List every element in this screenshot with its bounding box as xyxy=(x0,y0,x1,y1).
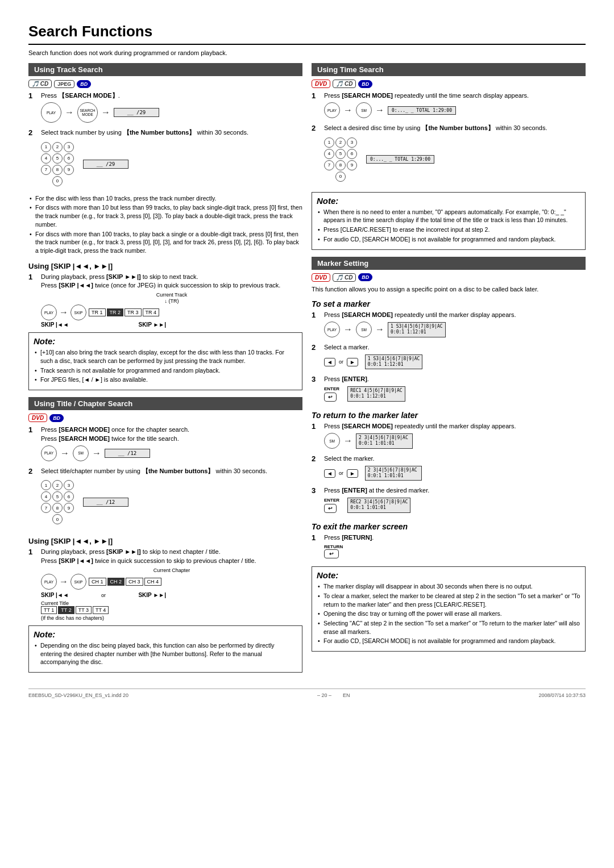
bd-badge2: BD xyxy=(49,414,64,422)
skip-fwd-label: SKIP ►►| xyxy=(138,322,166,328)
set-marker-step2: 2 Select a marker. ◄ or ► 1 S3|4|5|6|7|8… xyxy=(312,343,586,373)
time-step2: 2 Select a desired disc time by using 【t… xyxy=(312,124,586,187)
time-search-note: Note: When there is no need to enter a n… xyxy=(312,192,586,250)
track-search-step1-diagram: PLAY → SEARCH MODE → __ /29 xyxy=(41,102,302,123)
track-boxes: TR 1 TR 2 TR 3 TR 4 xyxy=(89,308,159,316)
return-display1: 2 3|4|5|6|7|8|9|AC0:0:1 1:01:01 xyxy=(356,433,413,449)
time-note3: For audio CD, [SEARCH MODE] is not avail… xyxy=(317,235,580,244)
tr1-box: TR 1 xyxy=(89,308,106,316)
time-step1-diagram: PLAY → SM → 0:..._ _ TOTAL 1:29:00 xyxy=(324,102,586,118)
skip-circle2: SKIP xyxy=(70,574,86,590)
sm-marker1: SM xyxy=(356,322,372,337)
note-bullet2: Depending on the disc being played back,… xyxy=(34,641,297,666)
tt4-box: TT 4 xyxy=(93,606,109,614)
sm-return1: SM xyxy=(324,433,340,449)
skip-chapters-note: Note: Depending on the disc being played… xyxy=(28,625,302,673)
ch4-box: CH 4 xyxy=(144,578,162,586)
bd-badge4: BD xyxy=(358,273,372,281)
bullet-item: For the disc with less than 10 tracks, p… xyxy=(28,194,302,203)
search-mode-circle: SEARCH MODE xyxy=(77,102,98,123)
play-circle2: PLAY xyxy=(41,304,57,320)
cd-badge: 🎵 CD xyxy=(28,80,52,88)
return-marker-step3: 3 Press [ENTER] at the desired marker. E… xyxy=(312,486,586,516)
set-marker-step1: 1 Press [SEARCH MODE] repeatedly until t… xyxy=(312,311,586,341)
set-marker-step3: 3 Press [ENTER]. ENTER ↩ REC1 4|5|6|7|8|… xyxy=(312,375,586,404)
intro-text: Search function does not work during pro… xyxy=(28,49,586,56)
marker-display3: REC1 4|5|6|7|8|9|AC0:0:1 1:12:01 xyxy=(347,386,405,402)
tt2-box: TT 2 xyxy=(58,606,74,614)
track-display1: __ /29 xyxy=(114,108,159,117)
bullet-item: For discs with more than 10 but less tha… xyxy=(28,203,302,228)
arrow-icon2: → xyxy=(101,107,110,118)
time-step1: 1 Press [SEARCH MODE] repeatedly until t… xyxy=(312,91,586,122)
time-display1: 0:..._ _ TOTAL 1:29:00 xyxy=(388,106,456,115)
marker-note4: Selecting "AC" at step 2 in the section … xyxy=(317,619,580,636)
marker-display1: 1 S3|4|5|6|7|8|9|AC0:0:1 1:12:01 xyxy=(388,322,446,337)
marker-desc: This function allows you to assign a spe… xyxy=(312,285,586,294)
time-search-disc-icons: DVD 🎵 CD BD xyxy=(312,80,586,88)
footer-right: 2008/07/14 10:37:53 xyxy=(538,692,586,698)
skip-tracks-note: Note: [+10] can also bring the track sea… xyxy=(28,332,302,390)
page-footer: E8EB5UD_SD-V296KU_EN_ES_v1.indd 20 – 20 … xyxy=(28,688,586,698)
skip-tracks-section: Using [SKIP |◄◄, ►►|] 1 During playback,… xyxy=(28,262,302,391)
to-exit-marker-header: To exit the marker screen xyxy=(312,522,586,531)
jpeg-badge: JPEG xyxy=(54,80,74,88)
marker-setting-section: Marker Setting DVD 🎵 CD BD This function… xyxy=(312,257,586,652)
tr4-box: TR 4 xyxy=(143,308,160,316)
nav-arrows2: ◄ or ► xyxy=(324,469,358,478)
skip-step1: 1 During playback, press [SKIP ►►|] to s… xyxy=(28,273,302,328)
play-circle3: PLAY xyxy=(41,445,57,461)
ch1-box: CH 1 xyxy=(89,578,106,586)
right-column: Using Time Search DVD 🎵 CD BD 1 Press [S… xyxy=(312,63,586,679)
dvd-badge2: DVD xyxy=(312,80,330,88)
enter-btn2: ↩ xyxy=(324,504,337,513)
track-search-disc-icons: 🎵 CD JPEG BD xyxy=(28,80,302,88)
skip-circle: SKIP xyxy=(70,304,86,320)
title-chapter-step1-diagram: PLAY → SM → __ /12 xyxy=(41,445,302,461)
arrow-icon: → xyxy=(65,107,74,118)
time-note2: Press [CLEAR/C.RESET] to erase the incor… xyxy=(317,226,580,234)
play-circle4: PLAY xyxy=(41,574,57,590)
return-display2: 2 3|4|5|6|7|8|9|AC0:0:1 1:01:01 xyxy=(365,466,422,481)
title-chapter-step1: 1 Press [SEARCH MODE] once for the chapt… xyxy=(28,425,302,465)
skip-tracks-diagram: Current Track ↓ (TR) PLAY → SKIP xyxy=(41,292,302,328)
number-grid: 123 456 789 0 xyxy=(41,140,74,189)
chapter-boxes: CH 1 CH 2 CH 3 CH 4 xyxy=(89,578,161,586)
track-display2: __ /29 xyxy=(83,160,128,169)
marker-note3: Opening the disc tray or turning off the… xyxy=(317,610,580,618)
page-number: – 20 – xyxy=(317,692,331,698)
dvd-badge: DVD xyxy=(28,414,47,422)
title-chapter-section: Using Title / Chapter Search DVD BD 1 Pr… xyxy=(28,397,302,530)
play-circle: PLAY xyxy=(41,102,61,123)
bullet-item: For discs with more than 100 tracks, to … xyxy=(28,230,302,255)
skip-chapters-section: Using [SKIP |◄◄, ►►|] 1 During playback,… xyxy=(28,537,302,673)
cd-badge3: 🎵 CD xyxy=(333,273,356,282)
skip-back2: SKIP |◄◄ xyxy=(41,592,69,598)
track-search-header: Using Track Search xyxy=(28,63,302,76)
skip-fwd2: SKIP ►►| xyxy=(138,592,166,598)
to-return-marker-header: To return to the marker later xyxy=(312,411,586,420)
bd-badge3: BD xyxy=(358,80,372,88)
sm-circle2: SM xyxy=(356,102,372,118)
language-label: EN xyxy=(343,692,350,698)
sm-circle: SM xyxy=(73,445,89,461)
marker-disc-icons: DVD 🎵 CD BD xyxy=(312,273,586,282)
skip-chapters-header: Using [SKIP |◄◄, ►►|] xyxy=(28,537,302,545)
play-circle5: PLAY xyxy=(324,102,340,118)
chapter-display2: __ /12 xyxy=(83,498,128,507)
exit-marker-step1: 1 Press [RETURN]. RETURN ↩ xyxy=(312,533,586,562)
time-search-section: Using Time Search DVD 🎵 CD BD 1 Press [S… xyxy=(312,63,586,250)
footer-center: – 20 – EN xyxy=(317,692,350,698)
page-title: Search Functions xyxy=(28,23,586,45)
track-search-step1: 1 Press 【SEARCH MODE】. PLAY → SEARCH MOD… xyxy=(28,91,302,126)
note-bullet: For JPEG files, [◄ / ►] is also availabl… xyxy=(34,375,297,384)
tt1-box: TT 1 xyxy=(41,606,57,614)
track-search-step2: 2 Select track number by using 【the Numb… xyxy=(28,128,302,191)
marker-note: Note: The marker display will disappear … xyxy=(312,566,586,652)
track-search-section: Using Track Search 🎵 CD JPEG BD 1 Press … xyxy=(28,63,302,255)
return-display3: REC2 3|4|5|6|7|8|9|AC0:0:1 1:01:01 xyxy=(347,498,410,513)
title-boxes: TT 1 TT 2 TT 3 TT 4 xyxy=(41,606,109,614)
cd-badge2: 🎵 CD xyxy=(333,80,356,88)
dvd-badge3: DVD xyxy=(312,273,330,282)
bd-badge: BD xyxy=(77,80,91,88)
